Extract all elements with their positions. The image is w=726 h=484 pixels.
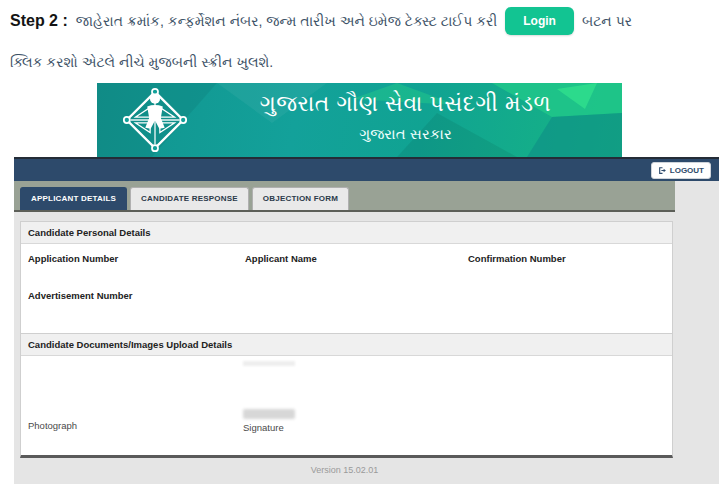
signature-image bbox=[243, 409, 295, 419]
logout-label: LOGOUT bbox=[670, 166, 704, 175]
signature-label: Signature bbox=[243, 422, 284, 433]
tab-applicant-details[interactable]: APPLICANT DETAILS bbox=[20, 187, 127, 210]
personal-panel-body: Application Number Applicant Name Confir… bbox=[21, 244, 672, 333]
version-text: Version 15.02.01 bbox=[14, 465, 675, 475]
application-number-label: Application Number bbox=[28, 253, 118, 264]
candidate-personal-details-panel: Candidate Personal Details Application N… bbox=[20, 221, 673, 334]
instruction-line-1: Step 2 : જાહેરાત ક્રમાંક, કન્ફર્મેશન નંબ… bbox=[10, 2, 632, 40]
sign-out-icon bbox=[658, 166, 667, 175]
gsssb-banner: ગુજરાત ગૌણ સેવા પસંદગી મંડળ ગુજરાત સરકાર bbox=[97, 83, 622, 157]
logout-button[interactable]: LOGOUT bbox=[651, 162, 711, 179]
top-navigation-bar: LOGOUT bbox=[14, 157, 719, 181]
step-label: Step 2 : bbox=[10, 12, 68, 30]
candidate-documents-panel: Candidate Documents/Images Upload Detail… bbox=[20, 333, 673, 458]
login-button[interactable]: Login bbox=[505, 7, 574, 35]
banner-subtitle: ગુજરાત સરકાર bbox=[197, 125, 614, 143]
page: Step 2 : જાહેરાત ક્રમાંક, કન્ફર્મેશન નંબ… bbox=[0, 0, 726, 484]
instruction-line-2: ક્લિક કરશો એટલે નીચે મુજબની સ્ક્રીન ખુલશ… bbox=[10, 54, 273, 71]
tab-candidate-response[interactable]: CANDIDATE RESPONSE bbox=[130, 187, 249, 210]
advertisement-number-label: Advertisement Number bbox=[28, 290, 133, 301]
tab-bar: APPLICANT DETAILS CANDIDATE RESPONSE OBJ… bbox=[14, 181, 675, 212]
documents-panel-title: Candidate Documents/Images Upload Detail… bbox=[21, 334, 672, 356]
tab-objection-form[interactable]: OBJECTION FORM bbox=[252, 187, 349, 210]
personal-panel-title: Candidate Personal Details bbox=[21, 222, 672, 244]
instruction-text-after-button: બટન પર bbox=[582, 13, 632, 30]
instruction-text-before-button: જાહેરાત ક્રમાંક, કન્ફર્મેશન નંબર, જન્મ ત… bbox=[76, 13, 497, 30]
documents-panel-body: Photograph Signature bbox=[21, 356, 672, 455]
applicant-name-label: Applicant Name bbox=[245, 253, 317, 264]
photograph-label: Photograph bbox=[28, 420, 77, 431]
redacted-image-area bbox=[243, 361, 295, 366]
banner-title: ગુજરાત ગૌણ સેવા પસંદગી મંડળ bbox=[197, 91, 614, 117]
gsssb-logo bbox=[121, 86, 189, 154]
app-content-area: APPLICANT DETAILS CANDIDATE RESPONSE OBJ… bbox=[14, 181, 719, 484]
confirmation-number-label: Confirmation Number bbox=[468, 253, 566, 264]
